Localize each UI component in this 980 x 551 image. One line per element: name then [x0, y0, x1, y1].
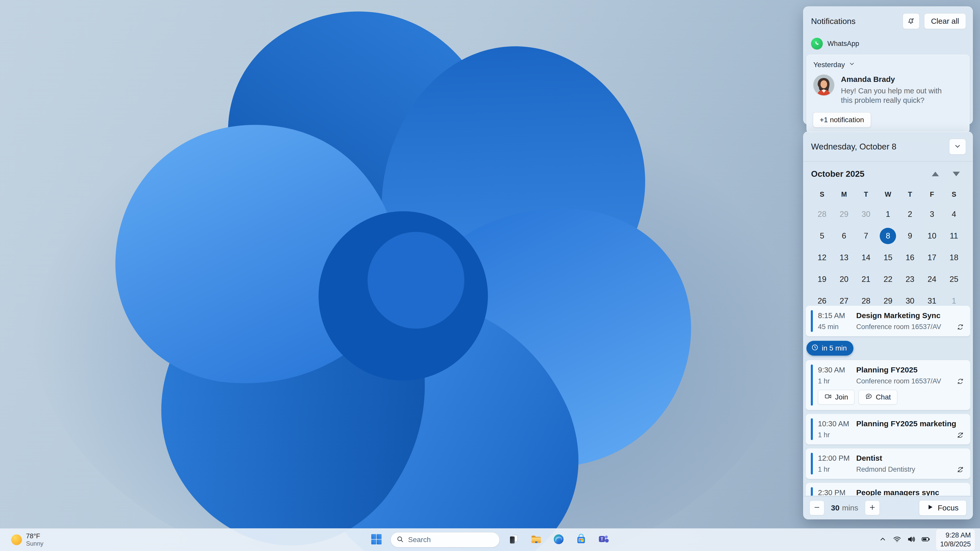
calendar-day-14[interactable]: 14	[855, 247, 877, 268]
event-accent-bar	[811, 453, 813, 475]
agenda-event-card[interactable]: 12:00 PMDentist1 hrRedmond Dentistry	[806, 448, 970, 479]
calendar-day-13[interactable]: 13	[833, 247, 855, 268]
calendar-day-7[interactable]: 7	[855, 225, 877, 247]
calendar-day-of-week-6: S	[943, 186, 965, 203]
reminder-label: in 5 min	[822, 344, 847, 352]
notification-group-header[interactable]: Yesterday	[812, 59, 964, 73]
calendar-day-29-adjacent[interactable]: 29	[833, 203, 855, 225]
calendar-day-1[interactable]: 1	[877, 203, 899, 225]
windows-logo-icon	[371, 534, 382, 546]
focus-decrease-button[interactable]	[810, 500, 824, 515]
task-view-button[interactable]	[505, 531, 522, 548]
agenda-list: 8:15 AMDesign Marketing Sync45 minConfer…	[806, 306, 970, 495]
store-icon	[576, 534, 587, 546]
agenda-event-card[interactable]: 10:30 AMPlanning FY2025 marketing1 hr	[806, 414, 970, 445]
calendar-grid: SMTWTFS282930123456789101112131415161718…	[803, 179, 973, 312]
agenda-event-card[interactable]: 2:30 PMPeople managers sync	[806, 483, 970, 495]
calendar-prev-month-button[interactable]	[929, 169, 942, 179]
notification-app-row: WhatsApp	[803, 29, 973, 54]
agenda-event-card[interactable]: 8:15 AMDesign Marketing Sync45 minConfer…	[806, 306, 970, 336]
chat-button[interactable]: Chat	[859, 390, 897, 405]
weather-temp: 78°F	[26, 532, 43, 540]
calendar-day-11[interactable]: 11	[943, 225, 965, 247]
calendar-day-22[interactable]: 22	[877, 268, 899, 290]
calendar-day-30-adjacent[interactable]: 30	[855, 203, 877, 225]
calendar-day-3[interactable]: 3	[921, 203, 943, 225]
battery-button[interactable]	[920, 534, 932, 546]
event-location: Redmond Dentistry	[856, 465, 956, 473]
calendar-day-9[interactable]: 9	[899, 225, 921, 247]
recurrence-icon	[956, 378, 964, 385]
volume-button[interactable]	[905, 534, 917, 546]
focus-session-bar: 30mins Focus	[803, 496, 973, 519]
calendar-day-17[interactable]: 17	[921, 247, 943, 268]
sun-icon	[11, 534, 22, 545]
system-tray: 9:28 AM 10/8/2025	[877, 529, 975, 551]
notification-header: Notifications Clear all	[803, 6, 973, 29]
search-input[interactable]	[407, 535, 501, 544]
notification-group-card[interactable]: Yesterday Amanda Brady Hey! Can you help…	[807, 55, 969, 133]
bell-snooze-icon	[907, 16, 915, 26]
event-accent-bar	[811, 487, 813, 495]
calendar-day-28-adjacent[interactable]: 28	[811, 203, 833, 225]
event-accent-bar	[811, 310, 813, 332]
clear-all-button[interactable]: Clear all	[924, 13, 966, 29]
calendar-day-19[interactable]: 19	[811, 268, 833, 290]
notification-group-label: Yesterday	[813, 61, 845, 69]
wifi-button[interactable]	[891, 534, 903, 546]
do-not-disturb-button[interactable]	[903, 13, 920, 29]
start-button[interactable]	[368, 531, 385, 548]
calendar-day-10[interactable]: 10	[921, 225, 943, 247]
taskbar-center: T	[368, 531, 612, 548]
calendar-day-21[interactable]: 21	[855, 268, 877, 290]
calendar-date-header: Wednesday, October 8	[811, 142, 896, 151]
more-notifications-button[interactable]: +1 notification	[813, 112, 871, 127]
calendar-day-6[interactable]: 6	[833, 225, 855, 247]
tray-overflow-button[interactable]	[877, 534, 889, 546]
calendar-day-5[interactable]: 5	[811, 225, 833, 247]
teams-button[interactable]: T	[595, 531, 612, 548]
calendar-day-15[interactable]: 15	[877, 247, 899, 268]
calendar-day-25[interactable]: 25	[943, 268, 965, 290]
calendar-day-18[interactable]: 18	[943, 247, 965, 268]
join-button[interactable]: Join	[818, 390, 854, 405]
calendar-day-2[interactable]: 2	[899, 203, 921, 225]
event-duration: 1 hr	[818, 431, 856, 439]
microsoft-store-button[interactable]	[573, 531, 590, 548]
minus-icon	[813, 504, 821, 512]
event-time: 12:00 PM	[818, 454, 856, 462]
focus-start-button[interactable]: Focus	[919, 500, 966, 516]
focus-button-label: Focus	[938, 503, 959, 512]
calendar-day-20[interactable]: 20	[833, 268, 855, 290]
calendar-next-month-button[interactable]	[950, 169, 963, 179]
calendar-day-24[interactable]: 24	[921, 268, 943, 290]
teams-icon: T	[598, 534, 609, 546]
triangle-down-icon	[953, 171, 960, 176]
calendar-flyout-panel: Wednesday, October 8 October 2025 SMTWTF…	[803, 131, 973, 519]
agenda-event-card[interactable]: 9:30 AMPlanning FY20251 hrConference roo…	[806, 360, 970, 410]
focus-duration-value: 30	[831, 503, 839, 512]
calendar-day-12[interactable]: 12	[811, 247, 833, 268]
notification-item[interactable]: Amanda Brady Hey! Can you help me out wi…	[812, 73, 964, 106]
battery-icon	[921, 535, 930, 545]
weather-widget[interactable]: 78°F Sunny	[8, 529, 47, 551]
calendar-day-23[interactable]: 23	[899, 268, 921, 290]
edge-browser-button[interactable]	[550, 531, 567, 548]
event-location: Conference room 16537/AV	[856, 323, 956, 331]
file-explorer-button[interactable]	[528, 531, 545, 548]
taskbar-search-box[interactable]	[390, 532, 500, 548]
focus-increase-button[interactable]	[865, 500, 880, 515]
calendar-month-row: October 2025	[803, 162, 973, 179]
calendar-day-8[interactable]: 8	[877, 225, 899, 247]
notification-app-name: WhatsApp	[827, 40, 859, 48]
recurrence-off-icon	[956, 431, 964, 439]
event-title: Planning FY2025	[856, 365, 918, 374]
calendar-collapse-button[interactable]	[949, 139, 966, 155]
tray-clock[interactable]: 9:28 AM 10/8/2025	[936, 529, 975, 550]
taskbar: 78°F Sunny	[0, 528, 980, 551]
calendar-day-4[interactable]: 4	[943, 203, 965, 225]
speaker-icon	[907, 535, 916, 545]
weather-condition: Sunny	[26, 540, 43, 548]
event-accent-bar	[811, 365, 813, 406]
calendar-day-16[interactable]: 16	[899, 247, 921, 268]
